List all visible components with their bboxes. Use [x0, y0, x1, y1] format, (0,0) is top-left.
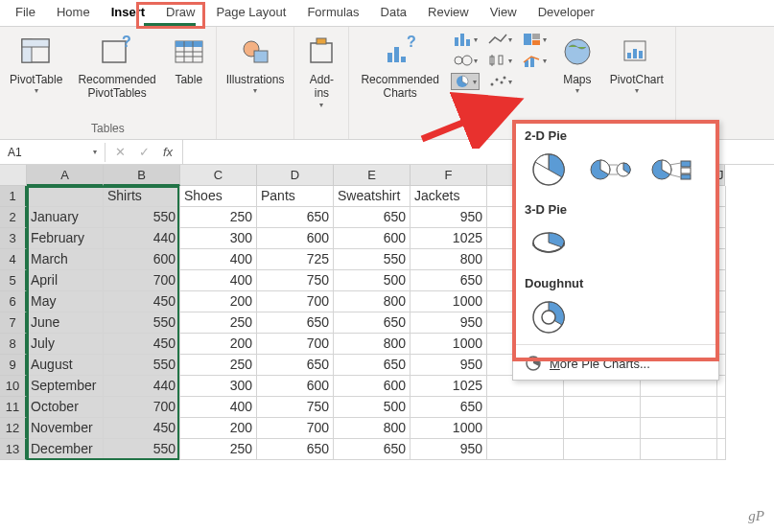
- cell[interactable]: 700: [257, 418, 334, 439]
- cell[interactable]: [641, 397, 717, 418]
- cell[interactable]: 450: [104, 291, 180, 312]
- cell[interactable]: 300: [180, 376, 257, 397]
- cell[interactable]: 550: [334, 249, 410, 270]
- cell[interactable]: [487, 418, 564, 439]
- select-all-corner[interactable]: [0, 165, 27, 186]
- cell[interactable]: [27, 186, 104, 207]
- cell[interactable]: 950: [410, 439, 487, 460]
- treemap-chart-button[interactable]: ▾: [520, 31, 549, 48]
- row-header-1[interactable]: 1: [0, 186, 27, 207]
- cell[interactable]: [564, 439, 641, 460]
- column-chart-button[interactable]: ▾: [451, 31, 480, 48]
- cell[interactable]: March: [27, 249, 104, 270]
- row-header-6[interactable]: 6: [0, 291, 27, 312]
- tab-formulas[interactable]: Formulas: [296, 0, 369, 26]
- pie-chart-button[interactable]: ▾: [451, 73, 480, 90]
- addins-button[interactable]: Add- ins ▾: [300, 31, 342, 111]
- cell[interactable]: 200: [180, 291, 257, 312]
- cell[interactable]: 250: [180, 355, 257, 376]
- scatter-chart-button[interactable]: ▾: [485, 73, 514, 90]
- name-box[interactable]: A1 ▾: [0, 143, 106, 162]
- table-button[interactable]: Table: [168, 31, 210, 88]
- cell[interactable]: 250: [180, 439, 257, 460]
- cell[interactable]: 1025: [410, 228, 487, 249]
- cell[interactable]: 250: [180, 207, 257, 228]
- cell[interactable]: 750: [257, 397, 334, 418]
- tab-view[interactable]: View: [480, 0, 528, 26]
- cell[interactable]: October: [27, 397, 104, 418]
- more-pie-charts[interactable]: MMore Pie Charts...ore Pie Charts...: [513, 347, 718, 380]
- row-header-8[interactable]: 8: [0, 334, 27, 355]
- cell[interactable]: 950: [410, 355, 487, 376]
- recommended-charts-button[interactable]: ? Recommended Charts: [357, 31, 442, 103]
- pivottable-button[interactable]: PivotTable ▾: [6, 31, 66, 97]
- cell[interactable]: Jackets: [410, 186, 487, 207]
- cell[interactable]: June: [27, 312, 104, 334]
- cell[interactable]: 440: [104, 376, 180, 397]
- cell[interactable]: [717, 439, 726, 460]
- cell[interactable]: December: [27, 439, 104, 460]
- cell[interactable]: Sweatshirt: [334, 186, 410, 207]
- cell[interactable]: 600: [334, 376, 410, 397]
- cell[interactable]: 450: [104, 418, 180, 439]
- cell[interactable]: 450: [104, 334, 180, 355]
- cell[interactable]: [717, 418, 726, 439]
- col-header-F[interactable]: F: [410, 165, 487, 186]
- cell[interactable]: [487, 397, 564, 418]
- row-header-11[interactable]: 11: [0, 397, 27, 418]
- cell[interactable]: 650: [334, 312, 410, 334]
- cell[interactable]: November: [27, 418, 104, 439]
- cell[interactable]: 800: [334, 418, 410, 439]
- row-header-3[interactable]: 3: [0, 228, 27, 249]
- cell[interactable]: July: [27, 334, 104, 355]
- tab-home[interactable]: Home: [46, 0, 101, 26]
- tab-data[interactable]: Data: [370, 0, 417, 26]
- cell[interactable]: April: [27, 270, 104, 291]
- cell[interactable]: 400: [180, 270, 257, 291]
- statistic-chart-button[interactable]: ▾: [485, 52, 514, 69]
- doughnut-option[interactable]: [525, 298, 573, 336]
- tab-draw[interactable]: Draw: [155, 0, 205, 26]
- cell[interactable]: January: [27, 207, 104, 228]
- cell[interactable]: 550: [104, 355, 180, 376]
- cell[interactable]: 550: [104, 312, 180, 334]
- combo-chart-button[interactable]: ▾: [520, 52, 549, 69]
- cell[interactable]: 500: [334, 270, 410, 291]
- col-header-E[interactable]: E: [334, 165, 410, 186]
- cell[interactable]: [717, 397, 726, 418]
- cell[interactable]: 1000: [410, 334, 487, 355]
- cell[interactable]: 600: [257, 376, 334, 397]
- tab-pagelayout[interactable]: Page Layout: [205, 0, 296, 26]
- cell[interactable]: February: [27, 228, 104, 249]
- pie-2d-option[interactable]: [525, 150, 573, 189]
- cell[interactable]: Shoes: [180, 186, 257, 207]
- tab-file[interactable]: File: [5, 0, 46, 26]
- cell[interactable]: 650: [257, 207, 334, 228]
- cell[interactable]: [564, 418, 641, 439]
- fx-icon[interactable]: fx: [163, 145, 173, 159]
- cell[interactable]: 600: [334, 228, 410, 249]
- cell[interactable]: [641, 439, 717, 460]
- row-header-2[interactable]: 2: [0, 207, 27, 228]
- cell[interactable]: 1025: [410, 376, 487, 397]
- cell[interactable]: [641, 418, 717, 439]
- cell[interactable]: 500: [334, 397, 410, 418]
- row-header-5[interactable]: 5: [0, 270, 27, 291]
- cell[interactable]: [487, 439, 564, 460]
- line-chart-button[interactable]: ▾: [485, 31, 514, 48]
- cell[interactable]: 800: [410, 249, 487, 270]
- row-header-9[interactable]: 9: [0, 355, 27, 376]
- cell[interactable]: 200: [180, 334, 257, 355]
- cell[interactable]: May: [27, 291, 104, 312]
- cell[interactable]: 650: [334, 207, 410, 228]
- cell[interactable]: 650: [257, 312, 334, 334]
- cell[interactable]: 400: [180, 249, 257, 270]
- cell[interactable]: 700: [257, 334, 334, 355]
- cell[interactable]: 650: [410, 270, 487, 291]
- row-header-7[interactable]: 7: [0, 312, 27, 334]
- cell[interactable]: 440: [104, 228, 180, 249]
- pie-of-pie-option[interactable]: [586, 150, 634, 189]
- cell[interactable]: 950: [410, 312, 487, 334]
- cell[interactable]: 800: [334, 334, 410, 355]
- cell[interactable]: 400: [180, 397, 257, 418]
